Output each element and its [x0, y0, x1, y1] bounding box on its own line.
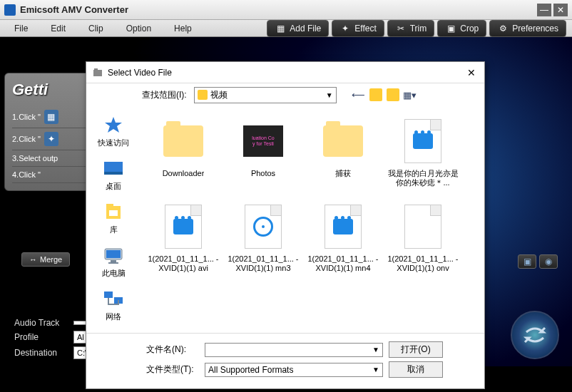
chevron-down-icon: ▼	[372, 346, 379, 354]
dialog-close-button[interactable]: ✕	[464, 67, 479, 78]
audio-file-icon	[245, 205, 282, 249]
file-item[interactable]: luation Coy for Testi Photos	[223, 112, 303, 197]
generic-file-icon	[404, 205, 441, 249]
filename-label: 文件名(N):	[146, 344, 199, 356]
sidebar-network[interactable]: 网络	[86, 286, 141, 328]
app-icon	[4, 4, 16, 16]
file-item[interactable]: 1(2021_01_11_1... - XVID(1)(1) onv	[383, 197, 463, 283]
dialog-title: Select Video File	[108, 68, 464, 78]
file-item[interactable]: 1(2021_01_11_1... - XVID(1)(1) mn3	[223, 197, 303, 283]
menu-edit[interactable]: Edit	[39, 21, 77, 36]
new-folder-button[interactable]	[387, 88, 399, 101]
film-icon: ▦	[44, 110, 58, 124]
effect-button[interactable]: ✦Effect	[332, 20, 384, 37]
chevron-down-icon: ▼	[326, 91, 333, 99]
menubar: File Edit Clip Option Help ▦Add File ✦Ef…	[0, 20, 572, 37]
menu-option[interactable]: Option	[115, 21, 163, 36]
cancel-button[interactable]: 取消	[389, 361, 443, 378]
video-file-icon	[165, 205, 202, 249]
add-file-button[interactable]: ▦Add File	[267, 20, 329, 37]
back-button[interactable]: ⟵	[352, 88, 365, 101]
video-doc-icon	[404, 119, 441, 163]
trim-icon: ✂	[395, 24, 407, 33]
photos-thumb-icon: luation Coy for Testi	[243, 125, 283, 157]
sidebar-desktop[interactable]: 桌面	[86, 155, 141, 197]
svg-rect-0	[93, 70, 102, 76]
file-dialog: Select Video File ✕ 查找范围(I): 视频 ▼ ⟵ ▦▾ 快…	[86, 61, 485, 389]
folder-icon	[163, 125, 203, 157]
lookin-label: 查找范围(I):	[142, 89, 187, 101]
libraries-icon	[103, 202, 124, 223]
desktop-icon	[103, 158, 124, 180]
dialog-body: 快速访问 桌面 库 此电脑 网络 Downloader	[86, 106, 484, 333]
svg-rect-6	[106, 204, 113, 207]
file-item[interactable]: 1(2021_01_11_1... - XVID(1)(1) avi	[143, 197, 223, 283]
dialog-toolbar: 查找范围(I): 视频 ▼ ⟵ ▦▾	[86, 83, 484, 106]
audio-track-label: Audio Track	[14, 318, 68, 328]
minimize-button[interactable]: —	[537, 4, 551, 16]
trim-button[interactable]: ✂Trim	[387, 20, 435, 37]
file-item[interactable]: Downloader	[143, 112, 223, 197]
file-list[interactable]: Downloader luation Coy for Testi Photos …	[141, 106, 484, 333]
svg-rect-4	[104, 172, 123, 175]
svg-rect-9	[106, 250, 121, 258]
svg-rect-12	[104, 292, 113, 298]
dialog-sidebar: 快速访问 桌面 库 此电脑 网络	[86, 106, 141, 333]
merge-button[interactable]: ↔Merge	[21, 252, 70, 267]
destination-label: Destination	[14, 348, 68, 358]
preferences-button[interactable]: ⚙Preferences	[489, 20, 566, 37]
menu-file[interactable]: File	[3, 21, 39, 36]
video-file-icon	[325, 205, 362, 249]
svg-rect-1	[94, 68, 98, 71]
profile-label: Profile	[14, 332, 68, 342]
preview-video-button[interactable]: ▣	[518, 254, 536, 269]
add-file-icon: ▦	[275, 24, 286, 33]
menu-clip[interactable]: Clip	[77, 21, 115, 36]
titlebar: Emicsoft AMV Converter — ✕	[0, 0, 572, 20]
merge-icon: ↔	[29, 255, 37, 264]
chevron-down-icon: ▼	[372, 366, 379, 373]
lookin-value: 视频	[210, 89, 228, 101]
thispc-icon	[103, 245, 124, 267]
window-title: Emicsoft AMV Converter	[20, 4, 535, 15]
view-menu-button[interactable]: ▦▾	[404, 88, 417, 101]
merge-bar: ↔Merge	[21, 252, 70, 267]
sidebar-thispc[interactable]: 此电脑	[86, 242, 141, 284]
file-item[interactable]: 捕获	[303, 112, 383, 197]
preview-controls: ▣ ◉	[518, 254, 558, 269]
folder-icon	[198, 90, 208, 100]
quickaccess-icon	[103, 115, 124, 136]
sidebar-quickaccess[interactable]: 快速访问	[86, 112, 141, 154]
lookin-combo[interactable]: 视频 ▼	[194, 87, 337, 103]
effect-icon: ✦	[339, 24, 351, 33]
open-button[interactable]: 打开(O)	[389, 341, 443, 358]
snapshot-button[interactable]: ◉	[539, 254, 558, 269]
sidebar-libraries[interactable]: 库	[86, 199, 141, 241]
up-folder-button[interactable]	[369, 88, 382, 101]
filename-input[interactable]: ▼	[205, 343, 383, 357]
svg-marker-2	[105, 117, 122, 133]
preferences-icon: ⚙	[497, 24, 509, 33]
convert-button[interactable]	[511, 311, 559, 359]
close-button[interactable]: ✕	[553, 4, 568, 16]
file-item[interactable]: 我是你的白月光亦是你的朱砂痣＊...	[383, 112, 463, 197]
file-item[interactable]: 1(2021_01_11_1... - XVID(1)(1) mn4	[303, 197, 383, 283]
dialog-bottom: 文件名(N): ▼ 打开(O) 文件类型(T): All Supported F…	[86, 333, 484, 388]
network-icon	[103, 289, 124, 310]
dialog-titlebar: Select Video File ✕	[86, 62, 484, 83]
sparkle-icon: ✦	[44, 132, 58, 146]
filetype-label: 文件类型(T):	[146, 363, 199, 376]
dialog-icon	[92, 67, 103, 78]
crop-icon: ▣	[445, 24, 456, 33]
menu-help[interactable]: Help	[163, 21, 203, 36]
convert-icon	[522, 322, 548, 348]
svg-rect-11	[108, 262, 118, 264]
svg-rect-10	[111, 260, 116, 262]
crop-button[interactable]: ▣Crop	[437, 20, 486, 37]
filetype-combo[interactable]: All Supported Formats▼	[205, 363, 383, 377]
folder-icon	[323, 125, 363, 157]
svg-rect-7	[109, 210, 118, 216]
